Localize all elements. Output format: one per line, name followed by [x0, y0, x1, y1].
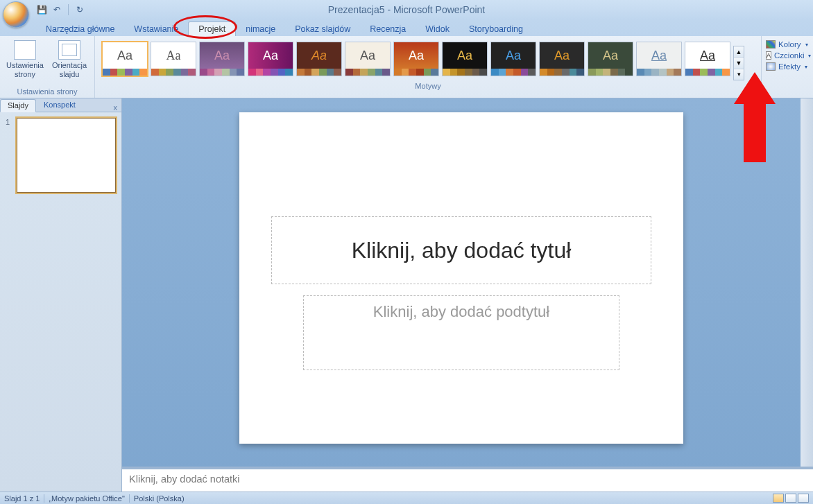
theme-item[interactable]: Aa: [151, 42, 196, 76]
gallery-row-up-icon[interactable]: ▲: [734, 46, 744, 58]
theme-sample-text: Aa: [491, 42, 536, 69]
theme-item[interactable]: Aa: [296, 42, 342, 76]
fonts-icon: A: [766, 51, 771, 60]
title-placeholder[interactable]: Kliknij, aby dodać tytuł: [271, 216, 651, 284]
window-title: Prezentacja5 - Microsoft PowerPoint: [328, 4, 485, 15]
theme-item[interactable]: Aa: [685, 42, 730, 76]
status-theme: „Motyw pakietu Office": [49, 494, 124, 503]
qat-separator: [68, 4, 69, 15]
orientation-icon: [58, 40, 80, 60]
group-theme-variants: Kolory▾ ACzcionki▾ Efekty▾: [762, 36, 813, 98]
theme-sample-text: Aa: [200, 42, 244, 69]
group-themes-label: Motywy: [99, 80, 757, 92]
fonts-button[interactable]: ACzcionki▾: [766, 51, 810, 60]
tab-insert[interactable]: Wstawianie: [124, 22, 188, 36]
colors-icon: [766, 40, 776, 49]
tab-slideshow[interactable]: Pokaz slajdów: [285, 22, 360, 36]
colors-label: Kolory: [778, 40, 801, 49]
notes-pane[interactable]: Kliknij, aby dodać notatki: [122, 467, 813, 492]
redo-icon[interactable]: ↻: [74, 4, 85, 15]
ribbon-tabs: Narzędzia główne Wstawianie Projekt nima…: [0, 19, 813, 36]
page-setup-icon: [14, 40, 36, 60]
slides-panel-tabs: Slajdy Konspekt x: [0, 98, 121, 112]
group-themes: Aa Aa Aa Aa Aa Aa Aa Aa Aa Aa Aa Aa Aa ▲…: [95, 36, 762, 98]
save-icon[interactable]: 💾: [36, 4, 47, 15]
tab-slides-thumbnails[interactable]: Slajdy: [0, 99, 36, 112]
theme-item[interactable]: Aa: [490, 42, 536, 76]
colors-button[interactable]: Kolory▾: [766, 40, 810, 49]
slides-panel: Slajdy Konspekt x 1: [0, 98, 122, 492]
view-slideshow-button[interactable]: [798, 494, 809, 503]
chevron-down-icon: ▾: [805, 64, 807, 70]
tab-storyboarding[interactable]: Storyboarding: [459, 22, 533, 36]
thumbnail-number: 1: [6, 118, 12, 193]
slide-orientation-button[interactable]: Orientacja slajdu: [49, 37, 90, 78]
tab-design[interactable]: Projekt: [188, 21, 236, 36]
vertical-scrollbar[interactable]: [801, 98, 813, 467]
status-slide-count: Slajd 1 z 1: [4, 494, 40, 503]
view-sorter-button[interactable]: [785, 494, 796, 503]
ribbon: Ustawienia strony Orientacja slajdu Usta…: [0, 36, 813, 98]
status-bar: Slajd 1 z 1 „Motyw pakietu Office" Polsk…: [0, 492, 813, 504]
thumbnails-list: 1: [0, 112, 121, 492]
title-bar: 💾 ↶ ↻ Prezentacja5 - Microsoft PowerPoin…: [0, 0, 813, 19]
theme-sample-text: Aa: [540, 42, 584, 69]
gallery-more-icon[interactable]: ▾: [734, 69, 744, 80]
theme-item[interactable]: Aa: [588, 42, 633, 76]
chevron-down-icon: ▾: [805, 42, 808, 48]
theme-item[interactable]: Aa: [199, 42, 245, 76]
tab-home[interactable]: Narzędzia główne: [36, 22, 124, 36]
theme-sample-text: Aa: [103, 42, 147, 69]
fonts-label: Czcionki: [774, 51, 804, 60]
gallery-row-down-icon[interactable]: ▼: [734, 58, 744, 69]
theme-sample-text: Aa: [297, 42, 341, 69]
theme-item[interactable]: Aa: [636, 42, 682, 76]
theme-office[interactable]: Aa: [102, 42, 148, 76]
group-page-setup-label: Ustawienia strony: [4, 86, 90, 98]
status-separator: [129, 494, 130, 503]
page-setup-button[interactable]: Ustawienia strony: [4, 37, 46, 78]
effects-label: Efekty: [778, 62, 801, 71]
slide-canvas-area[interactable]: Kliknij, aby dodać tytuł Kliknij, aby do…: [122, 98, 801, 467]
theme-sample-text: Aa: [248, 42, 293, 69]
theme-item[interactable]: Aa: [393, 42, 439, 76]
slide[interactable]: Kliknij, aby dodać tytuł Kliknij, aby do…: [239, 112, 683, 444]
theme-sample-text: Aa: [685, 42, 730, 69]
theme-item[interactable]: Aa: [442, 42, 488, 76]
workspace: Slajdy Konspekt x 1 Kliknij, aby dodać t…: [0, 98, 813, 492]
tab-view[interactable]: Widok: [416, 22, 459, 36]
status-separator: [44, 494, 44, 503]
theme-item[interactable]: Aa: [248, 42, 293, 76]
theme-sample-text: Aa: [588, 42, 633, 69]
editor-area: Kliknij, aby dodać tytuł Kliknij, aby do…: [122, 98, 813, 492]
close-panel-icon[interactable]: x: [110, 103, 122, 112]
themes-gallery: Aa Aa Aa Aa Aa Aa Aa Aa Aa Aa Aa Aa Aa ▲…: [99, 37, 757, 80]
theme-sample-text: Aa: [394, 42, 438, 69]
view-normal-button[interactable]: [773, 494, 784, 503]
orientation-label: Orientacja slajdu: [49, 61, 90, 78]
page-setup-label: Ustawienia strony: [4, 61, 46, 78]
status-right: [773, 494, 809, 503]
undo-icon[interactable]: ↶: [51, 4, 62, 15]
effects-button[interactable]: Efekty▾: [766, 62, 810, 71]
theme-item[interactable]: Aa: [345, 42, 391, 76]
effects-icon: [766, 62, 776, 71]
status-language[interactable]: Polski (Polska): [134, 494, 185, 503]
thumbnail-item[interactable]: 1: [6, 118, 116, 193]
tab-animations[interactable]: nimacje: [236, 22, 285, 36]
tab-outline[interactable]: Konspekt: [36, 98, 83, 112]
office-button[interactable]: [3, 1, 29, 28]
chevron-down-icon: ▾: [808, 53, 811, 59]
theme-item[interactable]: Aa: [539, 42, 585, 76]
theme-sample-text: Aa: [443, 42, 487, 69]
quick-access-toolbar: 💾 ↶ ↻: [36, 4, 85, 15]
theme-sample-text: Aa: [637, 42, 681, 69]
tab-review[interactable]: Recenzja: [360, 22, 416, 36]
thumbnail-preview[interactable]: [17, 118, 116, 193]
theme-sample-text: Aa: [151, 42, 196, 69]
group-page-setup: Ustawienia strony Orientacja slajdu Usta…: [0, 36, 95, 98]
subtitle-placeholder[interactable]: Kliknij, aby dodać podtytuł: [303, 295, 619, 370]
theme-sample-text: Aa: [345, 42, 390, 69]
themes-gallery-scroll[interactable]: ▲ ▼ ▾: [733, 46, 744, 80]
